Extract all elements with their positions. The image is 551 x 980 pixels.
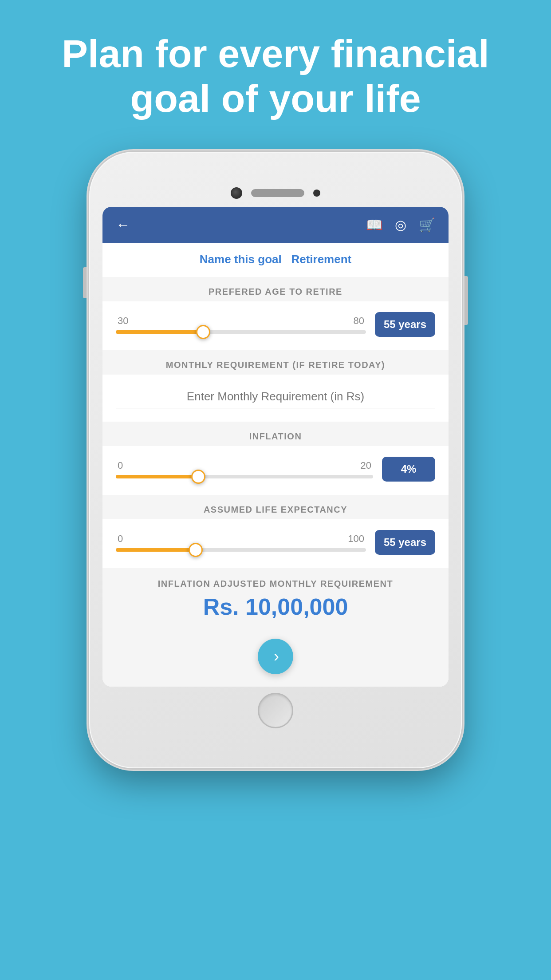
life-expectancy-card: 0 100 55 years: [102, 519, 449, 567]
screen: ← 📖 ◎ 🛒 Name this goal Retirement PREFER…: [102, 207, 449, 687]
target-icon[interactable]: ◎: [395, 217, 406, 233]
book-icon[interactable]: 📖: [366, 217, 382, 233]
phone-mockup: ← 📖 ◎ 🛒 Name this goal Retirement PREFER…: [89, 152, 462, 768]
preferred-age-track[interactable]: [116, 330, 366, 334]
phone-top-bar: [102, 187, 449, 199]
app-header: ← 📖 ◎ 🛒: [102, 207, 449, 243]
sensor: [313, 190, 320, 197]
life-expectancy-slider-wrapper: 0 100: [116, 533, 366, 552]
front-camera: [231, 187, 242, 199]
life-expectancy-section: ASSUMED LIFE EXPECTANCY 0 100: [102, 495, 449, 567]
inflation-slider-wrapper: 0 20: [116, 460, 373, 478]
monthly-requirement-card: [102, 375, 449, 421]
cart-icon[interactable]: 🛒: [419, 217, 435, 233]
life-expectancy-max: 100: [348, 533, 364, 545]
goal-name-value: Retirement: [291, 253, 351, 266]
back-button[interactable]: ←: [116, 217, 130, 233]
header-icons: 📖 ◎ 🛒: [366, 217, 435, 233]
goal-name-row: Name this goal Retirement: [102, 243, 449, 276]
monthly-requirement-label: MONTHLY REQUIREMENT (IF RETIRE TODAY): [102, 350, 449, 375]
inflation-section: INFLATION 0 20 4: [102, 422, 449, 494]
inflation-min: 0: [118, 460, 123, 471]
monthly-requirement-section: MONTHLY REQUIREMENT (IF RETIRE TODAY): [102, 350, 449, 421]
life-expectancy-value: 55 years: [375, 530, 435, 555]
adjusted-requirement-value: Rs. 10,00,000: [116, 593, 435, 620]
monthly-requirement-input[interactable]: [116, 385, 435, 408]
preferred-age-thumb[interactable]: [196, 325, 210, 339]
life-expectancy-track[interactable]: [116, 548, 366, 552]
adjusted-requirement-section: INFLATION ADJUSTED MONTHLY REQUIREMENT R…: [102, 568, 449, 629]
headline: Plan for every financial goal of your li…: [26, 0, 525, 143]
home-button-area: [102, 687, 449, 728]
life-expectancy-min: 0: [118, 533, 123, 545]
inflation-thumb[interactable]: [191, 470, 205, 484]
life-expectancy-fill: [116, 548, 196, 552]
next-arrow-icon: ›: [274, 647, 279, 666]
goal-name-label: Name this goal: [200, 253, 282, 266]
preferred-age-card: 30 80 55 years: [102, 301, 449, 349]
preferred-age-label: PREFERED AGE TO RETIRE: [102, 277, 449, 301]
inflation-track[interactable]: [116, 475, 373, 478]
life-expectancy-thumb[interactable]: [189, 543, 203, 557]
next-button-row: ›: [102, 629, 449, 687]
preferred-age-section: PREFERED AGE TO RETIRE 30 80: [102, 277, 449, 349]
inflation-value: 4%: [382, 457, 435, 482]
home-button[interactable]: [258, 693, 293, 728]
speaker: [251, 189, 304, 197]
preferred-age-min: 30: [118, 315, 128, 327]
preferred-age-fill: [116, 330, 203, 334]
preferred-age-max: 80: [353, 315, 364, 327]
preferred-age-value: 55 years: [375, 312, 435, 337]
inflation-fill: [116, 475, 198, 478]
inflation-card: 0 20 4%: [102, 446, 449, 494]
preferred-age-slider-wrapper: 30 80: [116, 315, 366, 334]
inflation-label: INFLATION: [102, 422, 449, 446]
inflation-max: 20: [361, 460, 371, 471]
next-button[interactable]: ›: [258, 639, 293, 674]
life-expectancy-label: ASSUMED LIFE EXPECTANCY: [102, 495, 449, 519]
adjusted-requirement-label: INFLATION ADJUSTED MONTHLY REQUIREMENT: [116, 579, 435, 589]
